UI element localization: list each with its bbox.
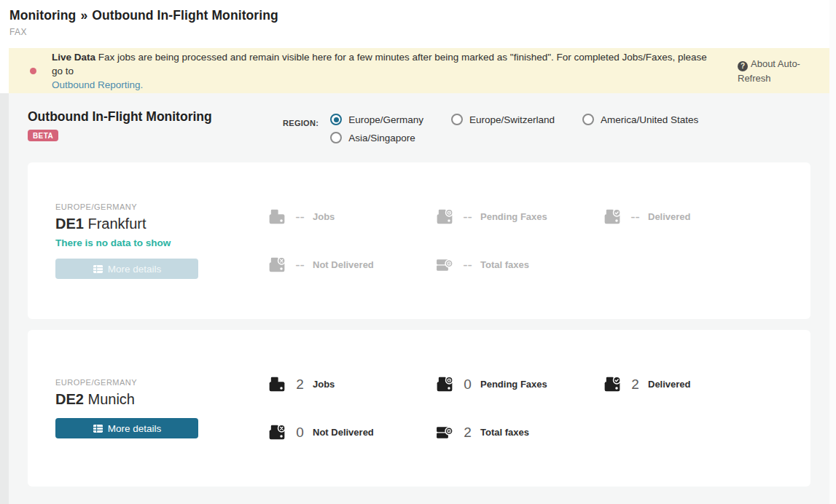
stat-total-faxes: 2 Total faxes (436, 425, 603, 441)
region-option-europe-switzerland[interactable]: Europe/Switzerland (451, 114, 555, 125)
fax-check-icon (603, 377, 621, 393)
node-card-de2-munich: EUROPE/GERMANY DE2 Munich More details 2… (28, 330, 810, 487)
stat-value: -- (463, 209, 472, 225)
fax-check-icon (603, 209, 621, 225)
region-option-label: America/United States (601, 114, 698, 125)
stat-total-faxes: -- Total faxes (436, 257, 603, 273)
live-data-banner: Live Data Fax jobs are being processed a… (9, 48, 829, 93)
about-auto-refresh-button[interactable]: ?About Auto-Refresh (738, 57, 812, 85)
node-code: DE1 (55, 216, 84, 232)
copy-clock-icon (436, 425, 453, 441)
region-option-label: Europe/Switzerland (469, 114, 555, 125)
stat-not-delivered: 0 Not Delivered (268, 425, 436, 441)
banner-message: Live Data Fax jobs are being processed a… (52, 50, 711, 92)
table-icon (93, 264, 103, 274)
radio-icon (330, 132, 342, 143)
stat-value: -- (295, 257, 305, 273)
radio-icon (582, 114, 594, 125)
stat-pending-faxes: 0 Pending Faxes (436, 377, 603, 393)
stat-pending-faxes: -- Pending Faxes (436, 209, 603, 225)
fax-cross-icon (268, 425, 286, 441)
stat-label: Total faxes (480, 259, 529, 270)
stat-jobs: -- Jobs (268, 209, 436, 225)
more-details-label: More details (108, 264, 162, 275)
stat-jobs: 2 Jobs (268, 377, 436, 393)
stat-label: Delivered (648, 379, 691, 390)
node-city: Munich (87, 391, 134, 407)
stats-grid: 2 Jobs 0 Pending Faxes 2 Delivered 0 Not… (268, 377, 771, 441)
stats-grid: -- Jobs -- Pending Faxes -- Delivered --… (268, 209, 771, 273)
region-option-asia-singapore[interactable]: Asia/Singapore (330, 132, 415, 143)
region-option-label: Asia/Singapore (348, 133, 415, 143)
stat-value: 2 (630, 377, 640, 393)
region-filter: REGION: Europe/Germany Europe/Switzerlan… (283, 114, 738, 143)
stat-value: -- (630, 209, 640, 225)
stat-label: Jobs (313, 379, 335, 390)
more-details-button-de1[interactable]: More details (55, 259, 198, 279)
radio-icon (330, 114, 342, 125)
region-option-america-united-states[interactable]: America/United States (582, 114, 698, 125)
page-title: Outbound In-Flight Monitoring (28, 109, 283, 125)
stat-label: Jobs (313, 211, 335, 222)
question-circle-icon: ? (738, 61, 748, 71)
live-status-dot-icon (30, 68, 36, 74)
banner-bold-prefix: Live Data (52, 52, 95, 63)
fax-clock-icon (436, 209, 453, 225)
node-code: DE2 (55, 391, 84, 407)
stat-label: Total faxes (480, 427, 529, 438)
about-auto-refresh-label: About Auto-Refresh (738, 58, 800, 84)
table-icon (93, 424, 103, 433)
beta-badge: BETA (28, 130, 58, 141)
scrollbar-track[interactable] (829, 0, 836, 504)
radio-icon (451, 114, 463, 125)
stat-delivered: -- Delivered (603, 209, 771, 225)
breadcrumb-parent[interactable]: Monitoring (9, 8, 76, 23)
region-option-label: Europe/Germany (348, 114, 423, 125)
copy-clock-icon (436, 257, 453, 273)
more-details-button-de2[interactable]: More details (55, 418, 198, 438)
banner-message-text: Fax jobs are being processed and remain … (52, 52, 707, 76)
region-radio-group: Europe/Germany Europe/Switzerland Americ… (330, 114, 738, 143)
more-details-label: More details (108, 423, 162, 434)
app-subtitle: FAX (9, 27, 836, 37)
stat-label: Pending Faxes (480, 211, 547, 222)
node-city: Frankfurt (87, 216, 146, 232)
fax-icon (268, 209, 286, 225)
breadcrumb: Monitoring»Outbound In-Flight Monitoring (9, 8, 836, 23)
stat-value: 2 (463, 425, 472, 441)
stat-label: Pending Faxes (480, 379, 547, 390)
stat-value: 0 (463, 377, 472, 393)
no-data-message: There is no data to show (55, 237, 241, 248)
stat-value: 2 (295, 377, 305, 393)
node-card-de1-frankfurt: EUROPE/GERMANY DE1 Frankfurt There is no… (28, 162, 810, 319)
fax-icon (268, 377, 286, 393)
card-title: DE2 Munich (55, 391, 241, 408)
region-option-europe-germany[interactable]: Europe/Germany (330, 114, 423, 125)
card-title: DE1 Frankfurt (55, 216, 241, 232)
stat-label: Not Delivered (313, 427, 374, 438)
stat-label: Delivered (648, 211, 691, 222)
breadcrumb-separator: » (80, 8, 87, 23)
stat-value: -- (295, 209, 305, 225)
main-section: Outbound In-Flight Monitoring BETA REGIO… (9, 93, 829, 504)
card-region-label: EUROPE/GERMANY (55, 378, 241, 387)
stat-not-delivered: -- Not Delivered (268, 257, 436, 273)
fax-clock-icon (436, 377, 453, 393)
card-region-label: EUROPE/GERMANY (55, 202, 241, 211)
outbound-reporting-link[interactable]: Outbound Reporting. (52, 79, 143, 90)
fax-cross-icon (268, 257, 286, 273)
stat-value: -- (463, 257, 472, 273)
region-filter-label: REGION: (283, 119, 319, 143)
page-header: Monitoring»Outbound In-Flight Monitoring… (0, 0, 836, 48)
breadcrumb-current: Outbound In-Flight Monitoring (92, 8, 278, 23)
stat-value: 0 (295, 425, 305, 441)
stat-delivered: 2 Delivered (603, 377, 771, 393)
stat-label: Not Delivered (313, 259, 374, 270)
